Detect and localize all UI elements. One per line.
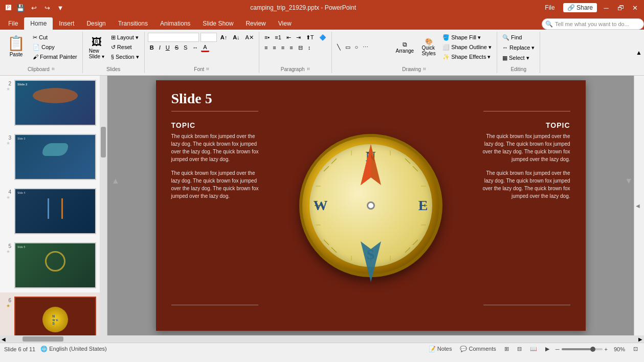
cut-button[interactable]: ✂ Cut bbox=[31, 33, 79, 42]
bold-button[interactable]: B bbox=[148, 43, 156, 52]
reading-view-button[interactable]: 📖 bbox=[528, 345, 539, 353]
slide-star-2: ★ bbox=[6, 86, 10, 92]
tab-review[interactable]: Review bbox=[239, 17, 272, 30]
underline-button[interactable]: U bbox=[164, 43, 172, 52]
reset-button[interactable]: ↺ Reset bbox=[109, 42, 141, 52]
slide-sorter-button[interactable]: ⊟ bbox=[515, 345, 524, 353]
align-center-button[interactable]: ≡ bbox=[271, 43, 278, 52]
tab-home[interactable]: Home bbox=[24, 17, 53, 30]
bullets-button[interactable]: ≡• bbox=[262, 33, 272, 42]
zoom-slider[interactable]: ─ + bbox=[556, 346, 608, 352]
find-button[interactable]: 🔍 Find bbox=[500, 33, 524, 42]
tell-me-box[interactable]: 🔍 Tell me what you want to do... bbox=[542, 18, 644, 30]
comments-button[interactable]: 💬 Comments bbox=[458, 345, 498, 353]
minimize-button[interactable]: ─ bbox=[601, 3, 611, 13]
numbering-button[interactable]: ≡1 bbox=[273, 33, 283, 42]
char-spacing-button[interactable]: ↔ bbox=[190, 43, 200, 52]
restore-button[interactable]: 🗗 bbox=[615, 3, 626, 13]
increase-font-button[interactable]: A↑ bbox=[218, 33, 229, 42]
slide-panel: 2 ★ Slide 2 3 ★ Slide bbox=[0, 76, 107, 335]
clipboard-expand[interactable]: ⌗ bbox=[52, 66, 55, 72]
hscroll-thumb[interactable] bbox=[23, 336, 63, 342]
slide-thumb-2[interactable]: 2 ★ Slide 2 bbox=[0, 76, 107, 130]
zoom-thumb[interactable] bbox=[590, 347, 595, 352]
tab-transitions[interactable]: Transitions bbox=[112, 17, 154, 30]
shape-line[interactable]: ╲ bbox=[335, 42, 343, 52]
align-left-button[interactable]: ≡ bbox=[262, 43, 270, 52]
slide-thumb-3[interactable]: 3 ★ Slide 3 bbox=[0, 130, 107, 184]
shape-fill-button[interactable]: 🪣 Shape Fill ▾ bbox=[440, 33, 494, 42]
horizontal-scrollbar[interactable]: ◀ ▶ bbox=[0, 335, 644, 343]
needle-center bbox=[367, 201, 375, 210]
format-painter-button[interactable]: 🖌 Format Painter bbox=[31, 52, 79, 61]
shape-more[interactable]: ⋯ bbox=[361, 42, 370, 52]
customize-quickaccess[interactable]: ▼ bbox=[55, 3, 65, 13]
tab-file[interactable]: File bbox=[2, 17, 24, 30]
clear-format-button[interactable]: A✕ bbox=[243, 33, 256, 42]
font-family-selector[interactable] bbox=[148, 33, 199, 42]
select-button[interactable]: ▦ Select ▾ bbox=[500, 53, 531, 62]
tab-view[interactable]: View bbox=[272, 17, 298, 30]
ribbon-collapse[interactable]: ▲ bbox=[634, 32, 644, 73]
tab-slideshow[interactable]: Slide Show bbox=[196, 17, 239, 30]
tab-insert[interactable]: Insert bbox=[53, 17, 80, 30]
convert-to-smartart-button[interactable]: 🔷 bbox=[317, 33, 328, 42]
slide-show-button[interactable]: ▶ bbox=[543, 345, 551, 353]
next-slide-button[interactable]: ▼ bbox=[625, 176, 633, 186]
shape-rect[interactable]: ▭ bbox=[343, 42, 352, 52]
right-panel-collapse[interactable]: ◀ bbox=[634, 76, 641, 335]
increase-indent-button[interactable]: ⇥ bbox=[294, 33, 303, 42]
justify-button[interactable]: ≡ bbox=[287, 43, 295, 52]
svg-line-9 bbox=[324, 166, 329, 171]
notes-button[interactable]: 📝 Notes bbox=[427, 345, 454, 353]
strikethrough-button[interactable]: S bbox=[173, 43, 181, 52]
new-slide-button[interactable]: 🖼 NewSlide ▾ bbox=[86, 33, 107, 62]
fit-slide-button[interactable]: ⊡ bbox=[631, 345, 640, 353]
zoom-out-button[interactable]: ─ bbox=[556, 346, 560, 352]
decrease-font-button[interactable]: A↓ bbox=[231, 33, 241, 42]
slide-thumb-6[interactable]: 6 ★ NW ES bbox=[0, 292, 107, 335]
share-button[interactable]: 🔗 Share bbox=[563, 3, 597, 12]
italic-button[interactable]: I bbox=[157, 43, 163, 52]
redo-quickaccess[interactable]: ↪ bbox=[42, 3, 52, 13]
shadow-button[interactable]: S bbox=[182, 43, 189, 52]
decrease-indent-button[interactable]: ⇤ bbox=[284, 33, 293, 42]
sign-in-button[interactable]: File bbox=[541, 3, 559, 12]
clipboard-label: Clipboard ⌗ bbox=[28, 65, 55, 72]
zoom-in-button[interactable]: + bbox=[605, 346, 608, 352]
font-color-button[interactable]: A bbox=[201, 43, 209, 52]
line-spacing-button[interactable]: ↕ bbox=[306, 43, 313, 52]
hscroll-left[interactable]: ◀ bbox=[0, 335, 7, 343]
layout-button[interactable]: ⊞ Layout ▾ bbox=[109, 33, 141, 42]
shape-effects-button[interactable]: ✨ Shape Effects ▾ bbox=[440, 52, 494, 61]
paste-button[interactable]: 📋 Paste bbox=[3, 33, 29, 59]
replace-button[interactable]: ↔ Replace ▾ bbox=[500, 43, 537, 52]
tab-design[interactable]: Design bbox=[80, 17, 112, 30]
zoom-track[interactable] bbox=[562, 348, 603, 350]
font-expand[interactable]: ⌗ bbox=[206, 66, 209, 72]
cols-button[interactable]: ⊟ bbox=[296, 43, 305, 52]
hscroll-right[interactable]: ▶ bbox=[637, 335, 644, 343]
zoom-level[interactable]: 90% bbox=[612, 345, 627, 353]
close-button[interactable]: ✕ bbox=[630, 3, 640, 13]
shape-ellipse[interactable]: ○ bbox=[353, 42, 361, 52]
align-right-button[interactable]: ≡ bbox=[279, 43, 286, 52]
quick-styles-button[interactable]: 🎨 QuickStyles bbox=[418, 37, 439, 57]
undo-quickaccess[interactable]: ↩ bbox=[29, 3, 39, 13]
slide-thumb-4[interactable]: 4 ★ Slide 4 bbox=[0, 184, 107, 238]
font-size-selector[interactable] bbox=[201, 33, 217, 42]
tab-animations[interactable]: Animations bbox=[154, 17, 196, 30]
save-quickaccess[interactable]: 💾 bbox=[15, 3, 26, 13]
slide-panel-scrollbar[interactable] bbox=[100, 76, 107, 335]
para-expand[interactable]: ⌗ bbox=[307, 66, 310, 72]
arrange-button[interactable]: ⧉ Arrange bbox=[393, 37, 417, 57]
drawing-expand[interactable]: ⌗ bbox=[423, 66, 426, 72]
section-button[interactable]: § Section ▾ bbox=[109, 52, 141, 61]
shape-outline-button[interactable]: ⬜ Shape Outline ▾ bbox=[440, 42, 494, 52]
font-content: A↑ A↓ A✕ B I U S S ↔ A bbox=[148, 33, 256, 65]
prev-slide-button[interactable]: ▲ bbox=[112, 176, 120, 186]
copy-button[interactable]: 📄 Copy bbox=[31, 42, 79, 52]
slide-thumb-5[interactable]: 5 ★ Slide 5 bbox=[0, 238, 107, 292]
normal-view-button[interactable]: ⊞ bbox=[502, 345, 511, 353]
text-direction-button[interactable]: ⬆T bbox=[304, 33, 316, 42]
